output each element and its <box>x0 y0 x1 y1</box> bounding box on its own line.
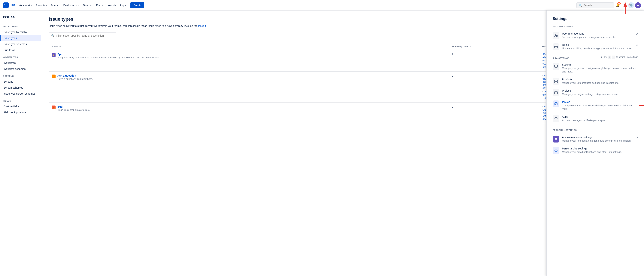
nav-projects[interactable]: Projects ▾ <box>34 3 48 8</box>
settings-personal-jira[interactable]: Personal Jira settings Manage your email… <box>552 145 638 156</box>
sidebar-item-label: Issue type hierarchy <box>4 31 27 34</box>
sidebar-item-screen-schemes[interactable]: Screen schemes <box>0 85 41 91</box>
create-button[interactable]: Create <box>130 2 144 8</box>
settings-billing[interactable]: Billing Update your billing details, man… <box>552 41 638 52</box>
sidebar-section-fields: FIELDS <box>0 97 41 103</box>
issue-name-cell: 🐛 Bug Bugs track problems or errors. <box>49 103 449 124</box>
issues-icon <box>552 100 559 107</box>
hierarchy-level-cell: 0 <box>449 103 539 124</box>
nav-assets[interactable]: Assets <box>106 3 118 8</box>
svg-rect-5 <box>554 65 558 67</box>
nav-your-work[interactable]: Your work ▾ <box>17 3 34 8</box>
settings-item-title: Products <box>562 78 638 81</box>
search-bar[interactable]: 🔍 <box>576 3 614 8</box>
topnav: J Jira Your work ▾ Projects ▾ Filters ▾ … <box>0 0 644 11</box>
notification-badge: 9+ <box>617 2 621 5</box>
filter-bar[interactable]: 🔍 <box>49 33 116 39</box>
kbd-cmd: ⌘ <box>608 56 611 59</box>
settings-item-title: Atlassian account settings <box>562 136 633 139</box>
external-link-icon: ↗ <box>636 136 638 139</box>
nav-plans[interactable]: Plans ▾ <box>94 3 106 8</box>
sidebar-item-workflows[interactable]: Workflows <box>0 60 41 66</box>
sidebar-item-issue-type-schemes[interactable]: Issue type schemes <box>0 41 41 47</box>
settings-tip: Tip: Try ⌘ K to search Jira settings <box>599 56 638 59</box>
external-link-icon: ↗ <box>636 43 638 47</box>
settings-issues[interactable]: Issues Configure your issue types, workf… <box>552 98 638 113</box>
user-avatar[interactable]: A <box>635 2 641 8</box>
settings-item-title: User management <box>562 32 633 35</box>
settings-apps[interactable]: Apps Add and manage Jira Marketplace app… <box>552 113 638 124</box>
sort-icon[interactable]: ⇅ <box>59 46 61 48</box>
products-icon <box>552 78 559 85</box>
sidebar-item-label: Issue types <box>4 37 17 40</box>
apps-content: Apps Add and manage Jira Marketplace app… <box>562 115 638 122</box>
personal-jira-content: Personal Jira settings Manage your email… <box>562 147 638 154</box>
settings-projects[interactable]: Projects Manage your project settings, c… <box>552 87 638 98</box>
products-content: Products Manage your Jira products' sett… <box>562 78 638 85</box>
nav-filters[interactable]: Filters ▾ <box>49 3 61 8</box>
settings-button[interactable]: ⚙️ <box>628 2 634 8</box>
sidebar-item-field-configurations[interactable]: Field configurations <box>0 109 41 115</box>
svg-point-14 <box>556 138 556 139</box>
search-icon: 🔍 <box>51 34 54 37</box>
sidebar-item-sub-tasks[interactable]: Sub-tasks <box>0 47 41 53</box>
logo-text: Jira <box>10 3 15 7</box>
sidebar-item-label: Screens <box>4 80 13 83</box>
chevron-down-icon: ▾ <box>58 4 60 6</box>
sidebar: Issues ISSUE TYPES Issue type hierarchy … <box>0 11 41 276</box>
nav-your-work-label: Your work <box>19 4 30 7</box>
svg-rect-7 <box>556 80 558 81</box>
issue-name-cell: ⚡ Epic A big user story that needs to be… <box>49 50 449 72</box>
svg-rect-9 <box>556 82 558 83</box>
page-desc-text: Issue types allow you to structure your … <box>49 25 198 28</box>
svg-text:J: J <box>4 4 5 7</box>
system-icon <box>552 63 559 70</box>
sidebar-section-screens: SCREENS <box>0 72 41 79</box>
notifications-button[interactable]: 🔔 9+ <box>615 2 621 8</box>
sidebar-header: Issues <box>0 15 41 22</box>
nav-apps[interactable]: Apps ▾ <box>118 3 129 8</box>
sidebar-item-issue-type-hierarchy[interactable]: Issue type hierarchy <box>0 29 41 35</box>
settings-user-management[interactable]: User management Add users, groups, and m… <box>552 30 638 41</box>
sidebar-item-screens[interactable]: Screens <box>0 79 41 85</box>
settings-item-title: Apps <box>562 115 638 118</box>
sidebar-item-workflow-schemes[interactable]: Workflow schemes <box>0 66 41 72</box>
svg-rect-10 <box>554 92 558 94</box>
sidebar-item-issue-types[interactable]: Issue types <box>0 35 41 41</box>
settings-item-title: Personal Jira settings <box>562 147 638 150</box>
settings-divider <box>552 54 638 54</box>
settings-item-title: Projects <box>562 89 638 92</box>
help-button[interactable]: ❓ <box>622 2 628 8</box>
user-management-content: User management Add users, groups, and m… <box>562 32 633 39</box>
sidebar-item-issue-type-screen-schemes[interactable]: Issue type screen schemes <box>0 91 41 97</box>
sidebar-item-label: Screen schemes <box>4 86 23 89</box>
sort-icon[interactable]: ⇅ <box>470 46 471 48</box>
sidebar-item-label: Workflows <box>4 61 16 64</box>
settings-item-desc: Manage your email notifications and othe… <box>562 150 638 154</box>
issue-text: Ask a question Have a question? Submit i… <box>58 74 93 80</box>
settings-system[interactable]: System Manage your general configuration… <box>552 61 638 76</box>
col-name-label: Name <box>52 45 58 48</box>
issue-hierarchy-link[interactable]: Issue t <box>198 25 206 28</box>
sidebar-item-label: Issue type schemes <box>4 43 27 46</box>
issue-text: Epic A big user story that needs to be b… <box>58 53 160 59</box>
logo[interactable]: J Jira <box>3 3 15 8</box>
apps-icon <box>552 115 559 122</box>
filter-input[interactable] <box>56 34 114 37</box>
settings-products[interactable]: Products Manage your Jira products' sett… <box>552 76 638 87</box>
chevron-down-icon: ▾ <box>104 4 104 6</box>
search-input[interactable] <box>584 4 606 7</box>
nav-dashboards[interactable]: Dashboards ▾ <box>62 3 81 8</box>
sidebar-item-custom-fields[interactable]: Custom fields <box>0 103 41 109</box>
system-content: System Manage your general configuration… <box>562 63 638 73</box>
atlassian-account-icon <box>552 136 559 143</box>
atlassian-account-content: Atlassian account settings Manage your l… <box>562 136 633 143</box>
question-icon: ? <box>52 75 56 78</box>
issue-name-cell: ? Ask a question Have a question? Submit… <box>49 72 449 103</box>
settings-item-desc: Manage your general configuration, globa… <box>562 67 638 73</box>
nav-teams[interactable]: Teams ▾ <box>82 3 94 8</box>
nav-dashboards-label: Dashboards <box>63 4 78 7</box>
billing-content: Billing Update your billing details, man… <box>562 43 633 50</box>
settings-atlassian-account[interactable]: Atlassian account settings Manage your l… <box>552 133 638 145</box>
search-icon: 🔍 <box>579 4 582 7</box>
